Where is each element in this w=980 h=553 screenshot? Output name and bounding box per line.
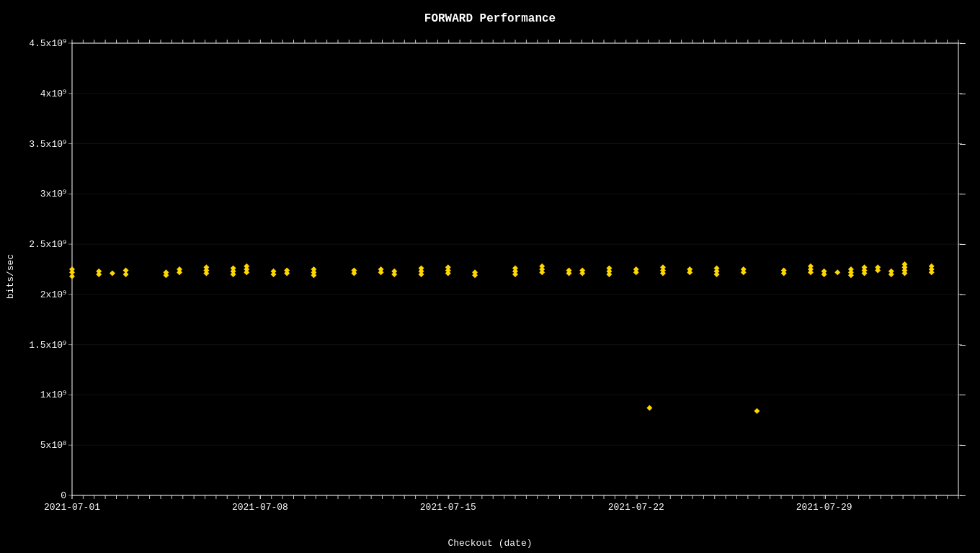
chart-container	[0, 0, 980, 553]
performance-chart	[0, 0, 980, 553]
